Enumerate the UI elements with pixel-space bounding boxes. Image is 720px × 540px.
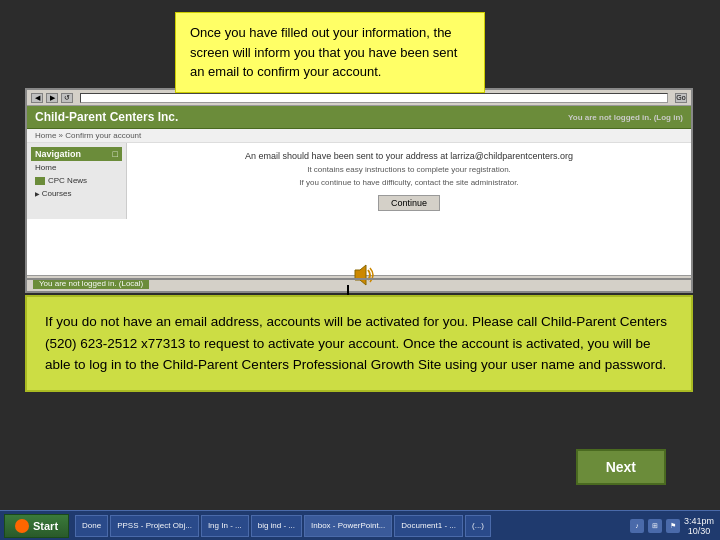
browser-main-area: An email should have been sent to your a… <box>127 143 691 219</box>
network-icon[interactable]: ⊞ <box>648 519 662 533</box>
top-info-text: Once you have filled out your informatio… <box>190 25 457 79</box>
bottom-info-text: If you do not have an email address, acc… <box>45 314 667 372</box>
browser-refresh-btn[interactable]: ↺ <box>61 93 73 103</box>
email-notice: An email should have been sent to your a… <box>139 151 679 161</box>
taskbar-app-4[interactable]: Inbox - PowerPoint... <box>304 515 392 537</box>
start-label: Start <box>33 520 58 532</box>
logged-in-top: You are not logged in. (Log in) <box>568 113 683 122</box>
taskbar: Start Done PPSS - Project Obj... Ing In … <box>0 510 720 540</box>
sidebar-expand-icon[interactable]: □ <box>113 149 118 159</box>
cpc-news-icon <box>35 177 45 185</box>
speaker-area[interactable] <box>350 260 380 294</box>
volume-icon[interactable]: ♪ <box>630 519 644 533</box>
top-info-box: Once you have filled out your informatio… <box>175 12 485 93</box>
browser-go-btn[interactable]: Go <box>675 93 687 103</box>
sidebar: Navigation □ Home CPC News Courses <box>27 143 127 219</box>
bottom-info-box: If you do not have an email address, acc… <box>25 295 693 392</box>
start-button[interactable]: Start <box>4 514 69 538</box>
taskbar-time: 3:41pm 10/30 <box>684 516 714 536</box>
browser-back-btn[interactable]: ◀ <box>31 93 43 103</box>
difficulty-text: If you continue to have difficulty, cont… <box>139 178 679 187</box>
taskbar-system: ♪ ⊞ ⚑ 3:41pm 10/30 <box>624 516 720 536</box>
antivirus-icon[interactable]: ⚑ <box>666 519 680 533</box>
main-content-area: Navigation □ Home CPC News Courses An em… <box>27 143 691 219</box>
taskbar-app-1[interactable]: PPSS - Project Obj... <box>110 515 199 537</box>
sidebar-header-label: Navigation <box>35 149 81 159</box>
sidebar-item-courses[interactable]: Courses <box>31 187 122 200</box>
sidebar-item-home[interactable]: Home <box>31 161 122 174</box>
taskbar-app-3[interactable]: big ind - ... <box>251 515 302 537</box>
sidebar-header: Navigation □ <box>31 147 122 161</box>
breadcrumb: Home » Confirm your account <box>27 129 691 143</box>
instructions-text: It contains easy instructions to complet… <box>139 165 679 174</box>
next-button[interactable]: Next <box>576 449 666 485</box>
cpc-header: Child-Parent Centers Inc. You are not lo… <box>27 106 691 129</box>
taskbar-app-0[interactable]: Done <box>75 515 108 537</box>
taskbar-app-5[interactable]: Document1 - ... <box>394 515 463 537</box>
taskbar-app-6[interactable]: (...) <box>465 515 491 537</box>
org-name: Child-Parent Centers Inc. <box>35 110 178 124</box>
svg-marker-0 <box>355 265 366 285</box>
taskbar-apps: Done PPSS - Project Obj... Ing In - ... … <box>75 515 624 537</box>
divider-line <box>25 278 693 280</box>
browser-forward-btn[interactable]: ▶ <box>46 93 58 103</box>
browser-address-bar[interactable] <box>80 93 668 103</box>
continue-button[interactable]: Continue <box>378 195 440 211</box>
speaker-icon[interactable] <box>350 260 380 290</box>
sidebar-item-news[interactable]: CPC News <box>31 174 122 187</box>
windows-logo <box>15 519 29 533</box>
taskbar-app-2[interactable]: Ing In - ... <box>201 515 249 537</box>
